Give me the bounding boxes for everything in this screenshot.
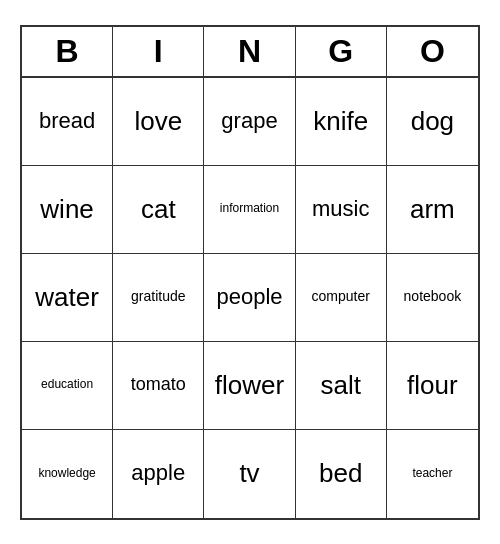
bingo-cell: music: [296, 166, 387, 254]
cell-text: information: [220, 202, 279, 215]
cell-text: computer: [312, 289, 370, 304]
cell-text: education: [41, 378, 93, 391]
cell-text: water: [35, 283, 99, 312]
cell-text: salt: [320, 371, 360, 400]
bingo-cell: flower: [204, 342, 295, 430]
header-letter: N: [204, 27, 295, 76]
cell-text: grape: [221, 109, 277, 133]
bingo-cell: bread: [22, 78, 113, 166]
cell-text: people: [216, 285, 282, 309]
cell-text: flour: [407, 371, 458, 400]
bingo-cell: teacher: [387, 430, 478, 518]
cell-text: knife: [313, 107, 368, 136]
bingo-cell: flour: [387, 342, 478, 430]
cell-text: dog: [411, 107, 454, 136]
cell-text: love: [134, 107, 182, 136]
cell-text: teacher: [412, 467, 452, 480]
bingo-cell: salt: [296, 342, 387, 430]
bingo-cell: education: [22, 342, 113, 430]
header-letter: I: [113, 27, 204, 76]
bingo-cell: notebook: [387, 254, 478, 342]
bingo-cell: knowledge: [22, 430, 113, 518]
cell-text: gratitude: [131, 289, 185, 304]
header-letter: G: [296, 27, 387, 76]
cell-text: cat: [141, 195, 176, 224]
cell-text: tv: [239, 459, 259, 488]
bingo-cell: gratitude: [113, 254, 204, 342]
bingo-cell: wine: [22, 166, 113, 254]
cell-text: knowledge: [38, 467, 95, 480]
bingo-cell: knife: [296, 78, 387, 166]
bingo-cell: apple: [113, 430, 204, 518]
cell-text: arm: [410, 195, 455, 224]
cell-text: bread: [39, 109, 95, 133]
header-letter: B: [22, 27, 113, 76]
cell-text: tomato: [131, 375, 186, 395]
bingo-cell: love: [113, 78, 204, 166]
cell-text: bed: [319, 459, 362, 488]
cell-text: apple: [131, 461, 185, 485]
header-letter: O: [387, 27, 478, 76]
cell-text: music: [312, 197, 369, 221]
bingo-cell: cat: [113, 166, 204, 254]
cell-text: flower: [215, 371, 284, 400]
bingo-card: BINGO breadlovegrapeknifedogwinecatinfor…: [20, 25, 480, 520]
bingo-cell: computer: [296, 254, 387, 342]
bingo-cell: people: [204, 254, 295, 342]
bingo-cell: grape: [204, 78, 295, 166]
bingo-cell: dog: [387, 78, 478, 166]
cell-text: notebook: [404, 289, 462, 304]
bingo-cell: arm: [387, 166, 478, 254]
bingo-header: BINGO: [22, 27, 478, 78]
bingo-cell: bed: [296, 430, 387, 518]
bingo-grid: breadlovegrapeknifedogwinecatinformation…: [22, 78, 478, 518]
bingo-cell: tv: [204, 430, 295, 518]
cell-text: wine: [40, 195, 93, 224]
bingo-cell: water: [22, 254, 113, 342]
bingo-cell: tomato: [113, 342, 204, 430]
bingo-cell: information: [204, 166, 295, 254]
